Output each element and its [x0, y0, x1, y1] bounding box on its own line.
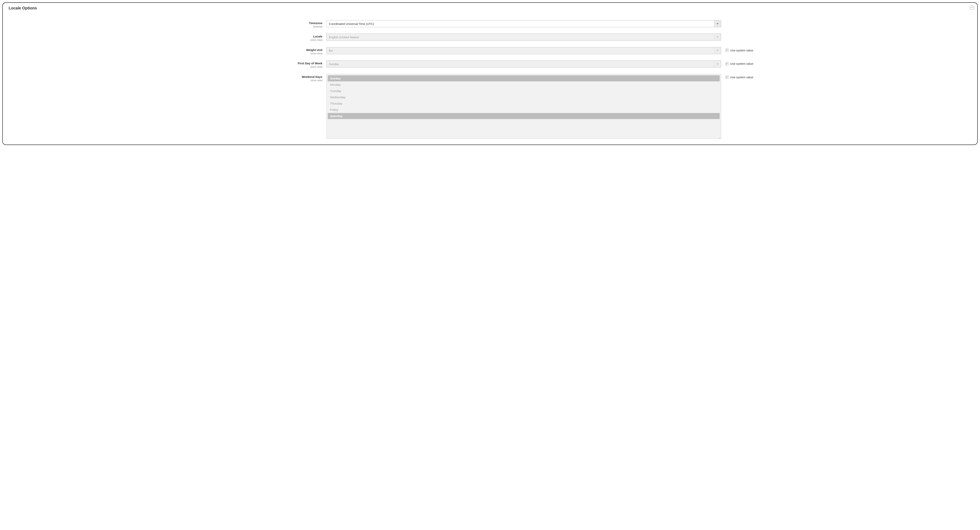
option-wednesday: Wednesday	[328, 94, 720, 100]
select-value: Sunday	[329, 62, 339, 66]
field-label-first-day: First Day of Week [store view]	[9, 61, 326, 68]
field-extra-timezone	[721, 20, 725, 22]
field-extra-first-day: Use system value	[721, 61, 753, 65]
field-extra-weight-unit: Use system value	[721, 47, 753, 52]
chevron-down-icon	[714, 21, 721, 27]
field-label-weight-unit: Weight Unit [store view]	[9, 47, 326, 55]
select-value: Coordinated Universal Time (UTC)	[329, 22, 374, 26]
field-control-weekend-days: Sunday Monday Tuesday Wednesday Thursday…	[326, 74, 721, 139]
label-text: Weekend Days	[9, 75, 323, 79]
field-row-weekend-days: Weekend Days [store view] Sunday Monday …	[9, 74, 971, 139]
scope-text: [store view]	[9, 38, 323, 42]
chevron-up-icon[interactable]	[970, 5, 974, 10]
field-row-weight-unit: Weight Unit [store view] lbs Use system …	[9, 47, 971, 55]
option-thursday: Thursday	[328, 101, 720, 107]
label-text: Timezone	[9, 21, 323, 25]
use-system-value-label: Use system value	[730, 75, 753, 79]
use-system-value-checkbox[interactable]	[725, 62, 729, 65]
field-label-weekend-days: Weekend Days [store view]	[9, 74, 326, 82]
chevron-down-icon	[714, 61, 721, 67]
scope-text: [store view]	[9, 65, 323, 68]
field-control-timezone: Coordinated Universal Time (UTC)	[326, 20, 721, 27]
chevron-down-icon	[714, 34, 721, 40]
panel-title: Locale Options	[9, 3, 971, 12]
use-system-value-checkbox[interactable]	[725, 49, 729, 52]
option-sunday: Sunday	[328, 75, 720, 81]
label-text: Locale	[9, 35, 323, 38]
use-system-value-checkbox[interactable]	[725, 75, 729, 79]
field-extra-locale	[721, 34, 725, 35]
field-control-first-day: Sunday	[326, 61, 721, 67]
use-system-value-label: Use system value	[730, 49, 753, 52]
timezone-select[interactable]: Coordinated Universal Time (UTC)	[326, 20, 721, 27]
scope-text: [store view]	[9, 52, 323, 55]
weight-unit-select: lbs	[326, 47, 721, 54]
field-extra-weekend-days: Use system value	[721, 74, 753, 79]
locale-select: English (United States)	[326, 34, 721, 41]
locale-options-panel: Locale Options Timezone [website] Coordi…	[2, 2, 978, 145]
option-tuesday: Tuesday	[328, 88, 720, 94]
weekend-days-multiselect: Sunday Monday Tuesday Wednesday Thursday…	[326, 74, 721, 139]
label-text: First Day of Week	[9, 62, 323, 65]
option-saturday: Saturday	[328, 113, 720, 119]
scope-text: [store view]	[9, 79, 323, 82]
chevron-down-icon	[714, 47, 721, 54]
field-row-timezone: Timezone [website] Coordinated Universal…	[9, 20, 971, 28]
field-label-timezone: Timezone [website]	[9, 20, 326, 28]
field-row-locale: Locale [store view] English (United Stat…	[9, 34, 971, 42]
label-text: Weight Unit	[9, 48, 323, 52]
field-row-first-day: First Day of Week [store view] Sunday Us…	[9, 61, 971, 68]
resize-handle-icon	[718, 136, 721, 138]
first-day-select: Sunday	[326, 61, 721, 67]
field-label-locale: Locale [store view]	[9, 34, 326, 42]
select-value: English (United States)	[329, 35, 359, 39]
field-control-weight-unit: lbs	[326, 47, 721, 54]
field-control-locale: English (United States)	[326, 34, 721, 41]
select-value: lbs	[329, 49, 332, 52]
form-body: Timezone [website] Coordinated Universal…	[9, 12, 971, 139]
option-monday: Monday	[328, 81, 720, 88]
option-friday: Friday	[328, 107, 720, 113]
scope-text: [website]	[9, 25, 323, 28]
use-system-value-label: Use system value	[730, 62, 753, 65]
